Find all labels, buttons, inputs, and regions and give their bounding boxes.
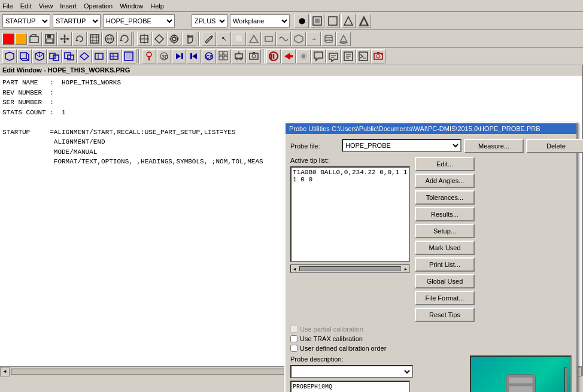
- svg-rect-54: [95, 53, 103, 59]
- move-icon[interactable]: [57, 32, 72, 46]
- cylinder-icon[interactable]: [321, 32, 336, 46]
- eraser-icon[interactable]: ⬜: [232, 32, 246, 46]
- color-red[interactable]: [2, 33, 14, 45]
- probe-desc-section: Probe description: PROBEPH10MQ Joint:b a…: [290, 355, 572, 392]
- code-line-1: PART NAME : HOPE_THIS_WORKS: [2, 78, 579, 88]
- scroll-left-btn[interactable]: ◄: [0, 367, 10, 376]
- tip-list[interactable]: T1A0B0 BALL0,0,234.22 0,0,1 1 1 0 0: [290, 166, 410, 262]
- step-fwd-icon[interactable]: [187, 49, 201, 63]
- nav-icon-5[interactable]: [357, 14, 371, 28]
- dropdown-zplus[interactable]: ZPLUS: [192, 14, 227, 28]
- global-used-button[interactable]: Global Used: [415, 274, 475, 288]
- cloud-icon[interactable]: [296, 49, 311, 63]
- pencil-icon[interactable]: [202, 32, 216, 46]
- add-angles-button[interactable]: Add Angles...: [415, 174, 475, 188]
- svg-marker-25: [120, 39, 123, 41]
- nav-icon-1[interactable]: ⬤: [294, 14, 309, 28]
- svg-point-87: [302, 54, 305, 58]
- terminal-icon[interactable]: [356, 49, 371, 63]
- nav-icon-2[interactable]: [310, 14, 324, 28]
- probe-desc-select[interactable]: [290, 365, 413, 378]
- menu-window[interactable]: Window: [120, 2, 143, 10]
- arrow-right-icon[interactable]: →: [306, 32, 321, 46]
- mark-used-button[interactable]: Mark Used: [415, 241, 475, 255]
- 3d-box9[interactable]: [122, 49, 136, 63]
- triangle-icon[interactable]: [247, 32, 261, 46]
- print-list-button[interactable]: Print List...: [415, 257, 475, 272]
- results-button[interactable]: Results...: [415, 207, 475, 221]
- camera-red-icon[interactable]: [371, 49, 385, 63]
- 3d-box2[interactable]: [17, 49, 32, 63]
- tip-item[interactable]: T1A0B0 BALL0,0,234.22 0,0,1 1 1 0 0: [293, 169, 408, 183]
- svg-rect-80: [253, 52, 255, 53]
- partial-calib-checkbox[interactable]: [290, 326, 297, 333]
- measure-button[interactable]: Measure...: [464, 139, 524, 153]
- menu-insert[interactable]: Insert: [60, 2, 77, 10]
- edit-button[interactable]: Edit...: [415, 157, 475, 171]
- machine-icon[interactable]: [232, 49, 246, 63]
- reset-tips-button[interactable]: Reset Tips: [415, 308, 475, 322]
- 3d-box6[interactable]: [77, 49, 92, 63]
- zoom-extent-icon[interactable]: [137, 32, 151, 46]
- cs-icon[interactable]: CS: [202, 49, 216, 63]
- refresh-icon[interactable]: [117, 32, 132, 46]
- arrow-red-icon[interactable]: [281, 49, 296, 63]
- menu-view[interactable]: View: [39, 2, 53, 10]
- menu-help[interactable]: Help: [150, 2, 164, 10]
- 3d-box1[interactable]: [2, 49, 17, 63]
- menu-edit[interactable]: Edit: [20, 2, 32, 10]
- dropdown-hope-probe[interactable]: HOPE_PROBE: [103, 14, 175, 28]
- 3d-box3[interactable]: [32, 49, 47, 63]
- chat2-icon[interactable]: [326, 49, 341, 63]
- open-file[interactable]: [28, 32, 42, 46]
- photo-icon[interactable]: [247, 49, 261, 63]
- rect-icon[interactable]: [262, 32, 276, 46]
- tip-hscroll[interactable]: ◄ ►: [290, 265, 410, 273]
- step-back-icon[interactable]: [172, 49, 186, 63]
- 3d-ref-icon[interactable]: 3D: [157, 49, 171, 63]
- chat-icon[interactable]: [311, 49, 326, 63]
- run-icon[interactable]: [266, 49, 281, 63]
- wave-icon[interactable]: [277, 32, 291, 46]
- tip-scroll-right[interactable]: ►: [402, 265, 409, 272]
- svg-marker-85: [284, 53, 293, 60]
- hand-icon[interactable]: [182, 32, 196, 46]
- list-icon[interactable]: [341, 49, 356, 63]
- grid-icon[interactable]: [217, 49, 231, 63]
- probe-file-select[interactable]: HOPE_PROBE: [342, 139, 461, 152]
- 3d-box4[interactable]: [47, 49, 62, 63]
- menu-operation[interactable]: Operation: [84, 2, 113, 10]
- color-orange[interactable]: [15, 33, 27, 45]
- file-format-button[interactable]: File Format...: [415, 291, 475, 305]
- nav-icon-4[interactable]: [341, 14, 356, 28]
- shape5-icon[interactable]: [292, 32, 306, 46]
- svg-point-97: [376, 54, 380, 58]
- nav-icon-3[interactable]: [326, 14, 340, 28]
- delete-button[interactable]: Delete: [526, 139, 583, 153]
- tip-scroll-left[interactable]: ◄: [291, 265, 298, 272]
- zoom-fit-icon[interactable]: [87, 32, 102, 46]
- setup-button[interactable]: Setup...: [415, 224, 475, 238]
- 3d-box5[interactable]: [62, 49, 77, 63]
- user-def-calib-checkbox[interactable]: [290, 345, 297, 352]
- target-icon[interactable]: [167, 32, 181, 46]
- rotate-icon[interactable]: [72, 32, 87, 46]
- global-icon[interactable]: [102, 32, 117, 46]
- tolerances-button[interactable]: Tolerances...: [415, 190, 475, 205]
- dropdown-startup2[interactable]: STARTUP: [53, 14, 101, 28]
- svg-rect-2: [329, 17, 337, 25]
- save-file[interactable]: [42, 32, 57, 46]
- arrows-icon[interactable]: [152, 32, 166, 46]
- cursor-icon[interactable]: ↖: [217, 32, 231, 46]
- menu-file[interactable]: File: [2, 2, 13, 10]
- 3d-box7[interactable]: [92, 49, 107, 63]
- dropdown-startup1[interactable]: STARTUP: [2, 14, 50, 28]
- 3d-box8[interactable]: [107, 49, 122, 63]
- svg-marker-12: [63, 34, 66, 37]
- pin-icon[interactable]: [142, 49, 156, 63]
- svg-point-99: [381, 53, 383, 55]
- dropdown-workplane[interactable]: Workplane: [230, 14, 290, 28]
- vertical-slider[interactable]: [561, 367, 570, 392]
- cone-icon[interactable]: [336, 32, 351, 46]
- trax-calib-checkbox[interactable]: [290, 335, 297, 342]
